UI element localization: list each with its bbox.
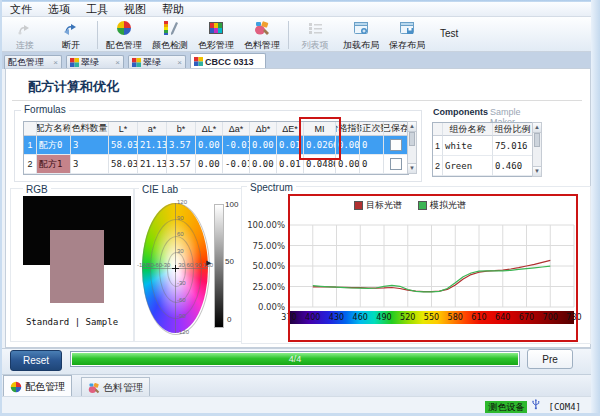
- bottom-tab-label: 配色管理: [25, 380, 65, 394]
- svg-text:0.00%: 0.00%: [258, 302, 285, 312]
- close-tab-icon[interactable]: ×: [53, 58, 58, 67]
- toolbar-button-color-matching[interactable]: 配色管理: [102, 19, 146, 52]
- connect-icon: [17, 20, 33, 36]
- color-matching-icon: [116, 20, 132, 36]
- value-cell: 0.01: [277, 136, 304, 155]
- legend-item-simulated: 模拟光谱: [418, 199, 466, 212]
- cielab-sample-marker: [172, 265, 179, 272]
- column-header: 价格指数: [336, 122, 360, 136]
- device-status-badge: 测色设备: [485, 401, 527, 413]
- saved-checkbox[interactable]: [390, 158, 402, 170]
- value-cell: 0.00: [250, 155, 277, 174]
- saved-checkbox[interactable]: [390, 139, 402, 151]
- toolbar-button-load-layout[interactable]: 加载布局: [339, 19, 383, 52]
- document-tab[interactable]: 翠绿×: [128, 55, 186, 69]
- usb-icon: [531, 399, 544, 414]
- value-cell: 0.0486: [304, 155, 336, 174]
- formulas-group-label: Formulas: [21, 104, 69, 115]
- toolbar-separator: [288, 21, 289, 49]
- toolbar-button-label: 列表项: [293, 39, 337, 52]
- spectrum-panel: Spectrum 0.00%25.00%50.00%75.00%100.00%3…: [241, 186, 591, 344]
- column-header: 组份名称: [443, 123, 493, 136]
- lightness-scale-bar: [214, 204, 224, 328]
- standard-sample-caption: Standard | Sample: [11, 317, 133, 327]
- svg-text:430: 430: [329, 313, 344, 322]
- scroll-down-icon[interactable]: ▼: [533, 166, 541, 176]
- status-bar: 测色设备 [COM4]: [2, 396, 591, 414]
- divider: [12, 100, 582, 101]
- scroll-thumb[interactable]: [409, 132, 415, 146]
- value-cell: 0: [360, 155, 384, 174]
- column-header: 修正次数: [360, 122, 384, 136]
- color-manage-icon: [208, 20, 224, 36]
- bottom-tab-colorant-manage[interactable]: 色料管理: [81, 377, 150, 397]
- reset-button[interactable]: Reset: [10, 350, 62, 371]
- svg-text:670: 670: [519, 313, 534, 322]
- svg-text:610: 610: [471, 313, 486, 322]
- svg-text:75.00%: 75.00%: [253, 241, 285, 251]
- menu-item[interactable]: 选项: [40, 2, 78, 17]
- toolbar-button-save-layout[interactable]: 保存布局: [385, 19, 429, 52]
- document-tab[interactable]: CBCC 0313: [190, 53, 266, 69]
- svg-text:460: 460: [353, 313, 368, 322]
- value-cell: 0.0266: [304, 136, 336, 155]
- menu-item[interactable]: 视图: [116, 2, 154, 17]
- cielab-b-tick: -90: [177, 313, 186, 320]
- document-tab[interactable]: 配色管理×: [4, 55, 62, 69]
- components-scrollbar[interactable]: ▲▼: [532, 122, 542, 177]
- toolbar-button-color-manage[interactable]: 色彩管理: [194, 19, 238, 52]
- document-icon: [194, 57, 203, 66]
- rgb-panel: RGB Standard | Sample: [10, 188, 134, 342]
- formulas-scrollbar[interactable]: ▲▼: [407, 121, 417, 174]
- toolbar-button-color-detect[interactable]: 颜色检测: [148, 19, 192, 52]
- value-cell: 0.00: [250, 136, 277, 155]
- value-cell: 3: [71, 136, 109, 155]
- column-header: [433, 123, 443, 136]
- progress-bar: 4/4: [70, 351, 520, 367]
- cielab-a-tick: -60: [154, 262, 163, 269]
- legend-item-target: 目标光谱: [354, 199, 402, 212]
- document-tab[interactable]: 翠绿×: [66, 55, 124, 69]
- column-header: 已保存: [384, 122, 408, 136]
- cielab-b-tick: -60: [177, 297, 186, 304]
- toolbar-button-colorant-manage[interactable]: 色料管理: [240, 19, 284, 52]
- svg-text:520: 520: [400, 313, 415, 322]
- svg-text:700: 700: [543, 313, 558, 322]
- close-tab-icon[interactable]: ×: [177, 58, 182, 67]
- toolbar-button-disconnect[interactable]: 断开: [49, 19, 93, 52]
- column-header: L*: [109, 122, 138, 136]
- scroll-thumb[interactable]: [534, 133, 540, 147]
- pre-button[interactable]: Pre: [527, 349, 573, 369]
- scroll-down-icon[interactable]: ▼: [408, 163, 416, 173]
- row-number: 2: [24, 155, 37, 174]
- column-header: b*: [167, 122, 196, 136]
- scroll-up-icon[interactable]: ▲: [533, 123, 541, 133]
- component-ratio-cell: 75.016: [493, 136, 533, 156]
- lightness-label-bottom: 0: [227, 315, 231, 324]
- value-cell: 3.57: [167, 136, 196, 155]
- component-ratio-cell: 0.460: [493, 156, 533, 176]
- menu-item[interactable]: 帮助: [154, 2, 192, 17]
- value-cell: 3: [71, 155, 109, 174]
- value-cell: -0.01: [223, 136, 250, 155]
- bottom-tab-color-matching[interactable]: 配色管理: [3, 375, 72, 397]
- application-window: 文件选项工具视图帮助 连接断开配色管理颜色检测色彩管理色料管理列表项加载布局保存…: [0, 0, 600, 416]
- scroll-up-icon[interactable]: ▲: [408, 122, 416, 132]
- load-layout-icon: [353, 20, 369, 36]
- cielab-a-tick: -120: [137, 262, 149, 269]
- svg-text:580: 580: [448, 313, 463, 322]
- document-icon: [132, 58, 141, 67]
- close-tab-icon[interactable]: ×: [115, 58, 120, 67]
- toolbar-button-list-items: 列表项: [293, 19, 337, 52]
- row-number: 1: [24, 136, 37, 155]
- svg-text:50.00%: 50.00%: [253, 261, 285, 271]
- formulas-group: Formulas 配方名称色料数量L*a*b*ΔL*Δa*Δb*ΔE*MI价格指…: [14, 110, 422, 182]
- list-items-icon: [307, 20, 323, 36]
- column-header: ΔE*: [277, 122, 304, 136]
- menu-item[interactable]: 文件: [2, 2, 40, 17]
- tab-components[interactable]: Components: [433, 107, 488, 117]
- disconnect-icon: [63, 20, 79, 36]
- com-port-label: [COM4]: [548, 402, 581, 412]
- svg-text:400: 400: [305, 313, 320, 322]
- menu-item[interactable]: 工具: [78, 2, 116, 17]
